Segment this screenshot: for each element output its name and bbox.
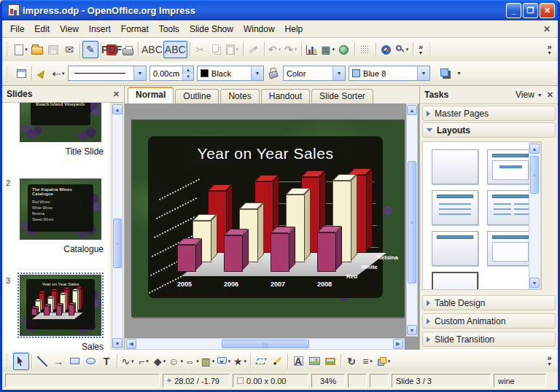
toolbar-overflow-button[interactable]: »▼ [419, 44, 424, 56]
scroll-right-icon[interactable]: ▶ [393, 339, 403, 349]
symbol-shapes-dropdown-icon[interactable]: ▾ [180, 358, 183, 364]
zoom-icon[interactable]: ▾ [394, 41, 411, 58]
menu-edit[interactable]: Edit [29, 22, 55, 36]
zoom-dropdown-icon[interactable]: ▾ [406, 47, 409, 52]
email-document-icon[interactable]: ✉ [61, 41, 77, 58]
line-style-select[interactable]: ▼ [68, 66, 147, 81]
fill-type-dropdown-icon[interactable]: ▼ [332, 66, 345, 80]
toolbar-grip[interactable] [6, 353, 11, 368]
paste-dropdown-icon[interactable]: ▾ [236, 47, 239, 52]
minimize-button[interactable]: _ [506, 3, 521, 18]
menu-tools[interactable]: Tools [154, 22, 184, 36]
tasks-view-caret-icon[interactable]: ▼ [537, 93, 542, 98]
edit-points-icon[interactable] [253, 353, 269, 370]
menu-format[interactable]: Format [116, 22, 154, 36]
toolbar-overflow-button[interactable]: ▼ [456, 71, 462, 77]
line-icon[interactable] [34, 353, 50, 370]
curve-dropdown-icon[interactable]: ▾ [131, 358, 134, 364]
alignment-dropdown-icon[interactable]: ▾ [370, 358, 373, 364]
scroll-up-icon[interactable]: ▲ [529, 144, 540, 154]
ellipse-icon[interactable] [82, 353, 98, 370]
chart-panel[interactable]: Year on Year Sales [148, 136, 383, 298]
tasks-panel-close-icon[interactable]: ✕ [547, 90, 553, 100]
print-icon[interactable] [120, 41, 136, 58]
display-grid-icon[interactable] [357, 41, 373, 58]
menu-view[interactable]: View [55, 22, 84, 36]
picture-from-file-icon[interactable] [306, 353, 322, 370]
layout-title-content-frame[interactable] [487, 231, 534, 266]
canvas-hscroll-thumb[interactable]: ||| [222, 340, 309, 348]
menu-file[interactable]: File [5, 22, 29, 36]
line-pen-icon[interactable] [34, 65, 50, 82]
export-pdf-icon[interactable]: PDF [104, 41, 120, 58]
hyperlink-icon[interactable] [336, 41, 352, 58]
section-master-pages[interactable]: Master Pages [422, 106, 556, 121]
shadow-icon[interactable] [438, 65, 454, 82]
line-width-stepper[interactable]: 0.00cm ▲▼ [149, 66, 194, 81]
arrange-icon[interactable]: ▾ [376, 353, 392, 370]
scroll-down-icon[interactable]: ▼ [407, 325, 417, 335]
canvas-horizontal-scrollbar[interactable]: ◀ ||| ▶ [125, 338, 405, 350]
scroll-down-icon[interactable]: ▼ [112, 338, 122, 348]
title-bar[interactable]: impress.odp - OpenOffice.org Impress _ ❐… [2, 0, 558, 20]
flowchart-icon[interactable]: ▥▾ [200, 353, 216, 370]
presentation-toolbar-overflow[interactable]: »▼ [547, 44, 552, 56]
insert-chart-icon[interactable] [304, 41, 320, 58]
rotate-icon[interactable]: ↻ [343, 353, 359, 370]
symbol-shapes-icon[interactable]: ☺▾ [168, 353, 184, 370]
width-down-icon[interactable]: ▼ [183, 74, 193, 81]
menu-window[interactable]: Window [238, 22, 280, 36]
glue-points-icon[interactable] [269, 353, 285, 370]
slide-item-3[interactable]: 3 Year on Year Sales Sales [2, 272, 109, 350]
callouts-icon[interactable]: ▾ [216, 353, 232, 370]
document-close-icon[interactable]: ✕ [543, 24, 551, 34]
gallery-icon[interactable] [322, 353, 338, 370]
select-icon[interactable] [13, 353, 29, 370]
new-document-icon[interactable]: ▾ [13, 41, 29, 58]
connector-icon[interactable]: ⌐▾ [136, 353, 152, 370]
slide-3-thumbnail[interactable]: Year on Year Sales [20, 275, 101, 336]
insert-table-icon[interactable]: ▦▾ [320, 41, 336, 58]
toolbar-grip[interactable] [429, 42, 434, 58]
curve-icon[interactable]: ∿▾ [120, 353, 136, 370]
connector-dropdown-icon[interactable]: ▾ [146, 358, 149, 364]
layout-title-bullets[interactable] [432, 190, 478, 225]
flowchart-dropdown-icon[interactable]: ▾ [212, 358, 215, 364]
text-box-icon[interactable]: T [98, 353, 114, 370]
menu-help[interactable]: Help [280, 22, 308, 36]
layout-title-only[interactable] [432, 231, 478, 266]
slide-canvas[interactable]: Year on Year Sales [125, 103, 405, 337]
basic-shapes-dropdown-icon[interactable]: ▾ [163, 358, 166, 364]
arrange-dropdown-icon[interactable]: ▾ [388, 358, 391, 364]
basic-shapes-icon[interactable]: ◆▾ [152, 353, 168, 370]
slide-page[interactable]: Year on Year Sales [131, 119, 405, 317]
block-arrows-dropdown-icon[interactable]: ▾ [196, 358, 199, 364]
maximize-button[interactable]: ❐ [523, 3, 538, 18]
width-up-icon[interactable]: ▲ [183, 66, 193, 74]
tab-notes[interactable]: Notes [220, 89, 259, 103]
slides-scrollbar[interactable]: ▲ ≡ ▼ [112, 103, 123, 350]
fill-color-select[interactable]: Blue 8 ▼ [349, 66, 430, 81]
insert-table-dropdown-icon[interactable]: ▾ [332, 47, 335, 52]
slide-1-thumbnail[interactable]: Fine wines from Beach Island Vineyards [20, 103, 101, 142]
layout-title-two-content[interactable] [487, 190, 534, 225]
slides-panel-close-icon[interactable]: ✕ [113, 90, 120, 99]
canvas-vscroll-thumb[interactable]: ≡ [408, 161, 416, 283]
slides-scrollbar-thumb[interactable]: ≡ [113, 219, 122, 268]
layouts-scrollbar-thumb[interactable]: ≡ [530, 156, 539, 194]
layouts-scrollbar[interactable]: ▲ ≡ ▼ [529, 142, 541, 289]
toolbar-grip[interactable] [6, 65, 11, 82]
scroll-up-icon[interactable]: ▲ [407, 105, 417, 115]
close-button[interactable]: ✕ [540, 3, 555, 18]
callouts-dropdown-icon[interactable]: ▾ [228, 358, 231, 364]
scroll-down-icon[interactable]: ▼ [529, 278, 540, 288]
scroll-up-icon[interactable]: ▲ [112, 104, 122, 114]
section-layouts[interactable]: Layouts [422, 122, 556, 138]
line-style-dropdown-icon[interactable]: ▼ [133, 66, 146, 80]
stars-dropdown-icon[interactable]: ▾ [244, 358, 247, 364]
redo-dropdown-icon[interactable]: ▾ [295, 47, 298, 52]
open-icon[interactable] [29, 41, 45, 58]
section-table-design[interactable]: Table Design [422, 295, 556, 310]
line-color-dropdown-icon[interactable]: ▼ [251, 66, 263, 80]
layout-blank[interactable] [432, 149, 478, 184]
